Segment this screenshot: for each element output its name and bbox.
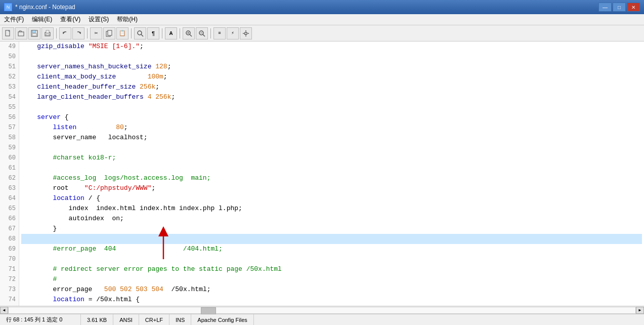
code-line-72[interactable]: # bbox=[21, 274, 642, 285]
status-encoding: ANSI bbox=[113, 314, 139, 325]
code-line-70[interactable] bbox=[21, 254, 642, 264]
toolbar-sep5 bbox=[180, 28, 180, 38]
title-bar: N * nginx.conf - Notepad — □ ✕ bbox=[0, 0, 644, 14]
code-line-67[interactable]: } bbox=[21, 224, 642, 234]
code-line-50[interactable] bbox=[21, 52, 642, 62]
scroll-right-button[interactable]: ▶ bbox=[636, 307, 644, 314]
svg-rect-9 bbox=[108, 30, 112, 35]
line-number-60: 60 bbox=[3, 153, 16, 163]
code-line-60[interactable]: #charset koi8-r; bbox=[21, 153, 642, 163]
toolbar-sep6 bbox=[210, 28, 211, 38]
window-title: * nginx.conf - Notepad bbox=[15, 4, 75, 11]
editor-container: 4950515253545556575859606162636465666768… bbox=[0, 42, 644, 306]
menu-bar: 文件(F) 编辑(E) 查看(V) 设置(S) 帮助(H) bbox=[0, 14, 644, 25]
toolbar-font-button[interactable]: A bbox=[165, 27, 177, 39]
svg-rect-6 bbox=[46, 30, 49, 33]
line-number-53: 53 bbox=[3, 82, 16, 92]
status-mode: INS bbox=[169, 314, 191, 325]
code-line-74[interactable]: location = /50x.html { bbox=[21, 295, 642, 305]
line-number-66: 66 bbox=[3, 214, 16, 224]
code-line-58[interactable]: server_name localhost; bbox=[21, 133, 642, 143]
line-number-61: 61 bbox=[3, 163, 16, 173]
code-line-61[interactable] bbox=[21, 163, 642, 173]
title-bar-left: N * nginx.conf - Notepad bbox=[4, 3, 75, 11]
code-line-63[interactable]: root "C:/phpstudy/WWW"; bbox=[21, 183, 642, 193]
code-line-56[interactable]: server { bbox=[21, 112, 642, 123]
toolbar-extra-button[interactable]: ⚡ bbox=[227, 27, 239, 39]
code-line-51[interactable]: server_names_hash_bucket_size 128; bbox=[21, 62, 642, 72]
maximize-button[interactable]: □ bbox=[613, 3, 626, 12]
svg-rect-4 bbox=[32, 33, 36, 36]
menu-help[interactable]: 帮助(H) bbox=[113, 14, 142, 25]
code-line-57[interactable]: listen 80; bbox=[21, 123, 642, 133]
code-line-69[interactable]: #error_page 404 /404.html; bbox=[21, 244, 642, 254]
svg-line-17 bbox=[203, 34, 205, 36]
status-line-ending: CR+LF bbox=[139, 314, 169, 325]
toolbar-save-button[interactable] bbox=[28, 27, 40, 39]
code-line-52[interactable]: client_max_body_size 100m; bbox=[21, 72, 642, 82]
svg-rect-7 bbox=[46, 34, 49, 35]
toolbar-sep2 bbox=[87, 28, 88, 38]
toolbar-open-button[interactable] bbox=[15, 27, 27, 39]
toolbar-undo-button[interactable] bbox=[59, 27, 71, 39]
line-number-68: 68 bbox=[3, 234, 16, 244]
line-number-70: 70 bbox=[3, 254, 16, 264]
line-number-56: 56 bbox=[3, 112, 16, 123]
svg-line-13 bbox=[190, 34, 192, 36]
toolbar-zoomout-button[interactable] bbox=[196, 27, 208, 39]
menu-view[interactable]: 查看(V) bbox=[56, 14, 84, 25]
line-numbers: 4950515253545556575859606162636465666768… bbox=[0, 42, 19, 306]
app-icon: N bbox=[4, 3, 12, 11]
toolbar-sep1 bbox=[56, 28, 57, 38]
code-line-73[interactable]: error_page 500 502 503 504 /50x.html; bbox=[21, 285, 642, 295]
menu-edit[interactable]: 编辑(E) bbox=[28, 14, 56, 25]
menu-file[interactable]: 文件(F) bbox=[0, 14, 28, 25]
status-size: 3.61 KB bbox=[81, 314, 113, 325]
code-line-64[interactable]: location / { bbox=[21, 193, 642, 204]
line-number-62: 62 bbox=[3, 173, 16, 183]
line-number-54: 54 bbox=[3, 92, 16, 102]
code-line-55[interactable] bbox=[21, 102, 642, 112]
code-line-71[interactable]: # redirect server error pages to the sta… bbox=[21, 264, 642, 274]
toolbar-zoomin-button[interactable] bbox=[183, 27, 195, 39]
line-number-71: 71 bbox=[3, 264, 16, 274]
line-number-49: 49 bbox=[3, 42, 16, 52]
toolbar-copy-button[interactable] bbox=[103, 27, 115, 39]
line-number-65: 65 bbox=[3, 204, 16, 214]
toolbar-new-button[interactable] bbox=[2, 27, 14, 39]
code-line-65[interactable]: index index.html index.htm index.php l.p… bbox=[21, 204, 642, 214]
svg-point-19 bbox=[245, 32, 247, 34]
code-line-62[interactable]: #access_log logs/host.access.log main; bbox=[21, 173, 642, 183]
line-number-67: 67 bbox=[3, 224, 16, 234]
scroll-thumb[interactable] bbox=[201, 307, 216, 314]
menu-settings[interactable]: 设置(S) bbox=[84, 14, 113, 25]
code-line-49[interactable]: gzip_disable "MSIE [1-6]."; bbox=[21, 42, 642, 52]
horizontal-scrollbar[interactable]: ◀ ▶ bbox=[0, 306, 644, 314]
line-number-50: 50 bbox=[3, 52, 16, 62]
scroll-left-button[interactable]: ◀ bbox=[0, 307, 8, 314]
line-number-57: 57 bbox=[3, 123, 16, 133]
toolbar-sep4 bbox=[162, 28, 162, 38]
minimize-button[interactable]: — bbox=[598, 3, 612, 12]
toolbar-settings-button[interactable] bbox=[240, 27, 252, 39]
line-number-55: 55 bbox=[3, 102, 16, 112]
toolbar-paste-button[interactable]: 📋 bbox=[116, 27, 128, 39]
line-number-52: 52 bbox=[3, 72, 16, 82]
toolbar-cut-button[interactable]: ✂ bbox=[90, 27, 102, 39]
code-line-53[interactable]: client_header_buffer_size 256k; bbox=[21, 82, 642, 92]
close-button[interactable]: ✕ bbox=[627, 3, 640, 12]
title-bar-controls: — □ ✕ bbox=[598, 3, 640, 12]
toolbar-redo-button[interactable] bbox=[72, 27, 84, 39]
code-line-68[interactable] bbox=[21, 234, 642, 244]
code-line-54[interactable]: large_client_header_buffers 4 256k; bbox=[21, 92, 642, 102]
toolbar-find-button[interactable] bbox=[134, 27, 146, 39]
toolbar-print-button[interactable] bbox=[41, 27, 54, 39]
toolbar-pilcrow-button[interactable]: ¶ bbox=[147, 27, 159, 39]
toolbar: ✂ 📋 ¶ A ≡ ⚡ bbox=[0, 25, 644, 42]
toolbar-wrap-button[interactable]: ≡ bbox=[213, 27, 226, 39]
line-number-63: 63 bbox=[3, 183, 16, 193]
code-line-59[interactable] bbox=[21, 143, 642, 153]
scroll-track-inner[interactable] bbox=[8, 307, 636, 314]
code-line-66[interactable]: autoindex on; bbox=[21, 214, 642, 224]
code-area[interactable]: gzip_disable "MSIE [1-6]."; server_names… bbox=[19, 42, 644, 306]
